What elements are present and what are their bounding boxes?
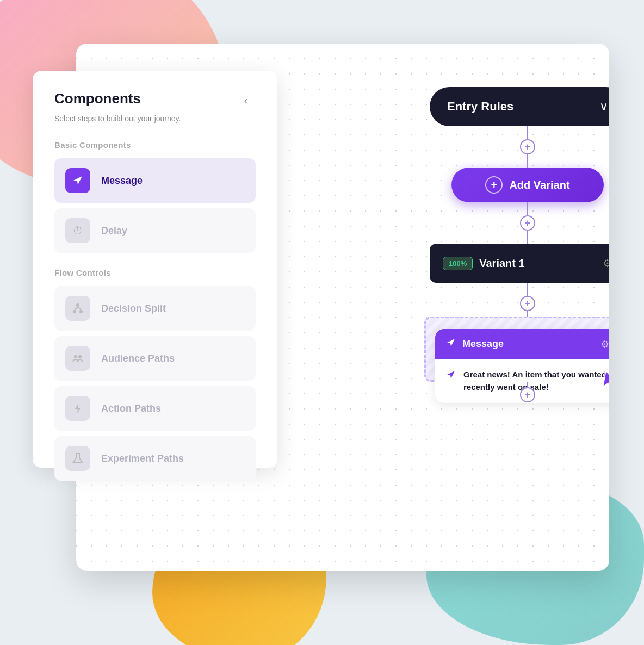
component-item-decision-split[interactable]: Decision Split <box>54 286 256 331</box>
message-node-label: Message <box>462 338 504 350</box>
message-component-icon <box>65 168 90 193</box>
decision-split-label: Decision Split <box>101 303 166 314</box>
entry-rules-node[interactable]: Entry Rules ∨ <box>430 87 609 126</box>
message-body-send-icon <box>446 370 456 382</box>
message-header-left: Message <box>446 338 504 350</box>
svg-point-5 <box>74 355 77 358</box>
connector-1: + <box>370 126 609 168</box>
audience-paths-icon <box>65 346 90 371</box>
panel-close-button[interactable]: ‹ <box>236 90 256 110</box>
add-circle-3[interactable]: + <box>520 296 535 311</box>
delay-component-label: Delay <box>101 225 127 237</box>
vline-7 <box>527 382 528 387</box>
message-gear-icon[interactable]: ⚙ <box>600 338 609 350</box>
component-item-audience-paths[interactable]: Audience Paths <box>54 336 256 381</box>
add-variant-icon: + <box>485 176 503 194</box>
flow-canvas: Entry Rules ∨ + + Add Variant + 100% Var… <box>370 87 609 566</box>
entry-rules-label: Entry Rules <box>447 100 513 114</box>
drop-zone-container: + Message <box>419 283 609 402</box>
component-item-action-paths[interactable]: Action Paths <box>54 386 256 431</box>
chevron-down-icon: ∨ <box>599 100 608 114</box>
svg-point-2 <box>79 310 83 313</box>
message-send-icon <box>446 338 456 350</box>
vline-1 <box>527 126 528 139</box>
bottom-connector: + <box>419 382 609 402</box>
message-header: Message ⚙ <box>435 329 609 359</box>
add-variant-label: Add Variant <box>509 179 569 191</box>
component-item-experiment-paths[interactable]: Experiment Paths <box>54 436 256 481</box>
svg-point-0 <box>76 303 79 307</box>
panel-title: Components <box>54 90 141 107</box>
variant-label: Variant 1 <box>479 257 603 270</box>
experiment-paths-icon <box>65 446 90 471</box>
connector-2: + <box>370 202 609 244</box>
svg-line-3 <box>75 307 78 310</box>
add-circle-1[interactable]: + <box>520 139 535 154</box>
add-circle-4[interactable]: + <box>520 387 535 402</box>
panel-header: Components ‹ <box>54 90 256 110</box>
connector-3: + <box>419 283 609 317</box>
action-paths-icon <box>65 396 90 421</box>
experiment-paths-label: Experiment Paths <box>101 453 184 464</box>
vline-5 <box>527 283 528 296</box>
vline-3 <box>527 202 528 215</box>
components-panel: Components ‹ Select steps to build out y… <box>33 71 277 468</box>
vline-6 <box>527 311 528 317</box>
drop-zone: Message ⚙ Great news! An item that you w… <box>424 317 609 382</box>
component-item-message[interactable]: Message <box>54 158 256 203</box>
panel-subtitle: Select steps to build out your journey. <box>54 114 256 123</box>
message-component-label: Message <box>101 175 143 187</box>
action-paths-label: Action Paths <box>101 403 161 414</box>
vline-4 <box>527 231 528 244</box>
add-variant-button[interactable]: + Add Variant <box>451 168 604 202</box>
gear-icon[interactable]: ⚙ <box>603 257 609 270</box>
variant-badge: 100% <box>443 257 473 270</box>
flow-controls-section: Flow Controls Decision Split <box>54 268 256 481</box>
component-item-delay[interactable]: ⏱ Delay <box>54 208 256 253</box>
variant-1-node[interactable]: 100% Variant 1 ⚙ <box>430 244 609 283</box>
vline-2 <box>527 154 528 168</box>
decision-split-icon <box>65 296 90 321</box>
flow-controls-section-label: Flow Controls <box>54 268 256 277</box>
audience-paths-label: Audience Paths <box>101 353 175 364</box>
svg-line-4 <box>78 307 81 310</box>
svg-point-1 <box>73 310 76 313</box>
svg-point-6 <box>78 355 82 358</box>
add-circle-2[interactable]: + <box>520 215 535 231</box>
basic-components-section-label: Basic Components <box>54 140 256 150</box>
delay-component-icon: ⏱ <box>65 218 90 243</box>
